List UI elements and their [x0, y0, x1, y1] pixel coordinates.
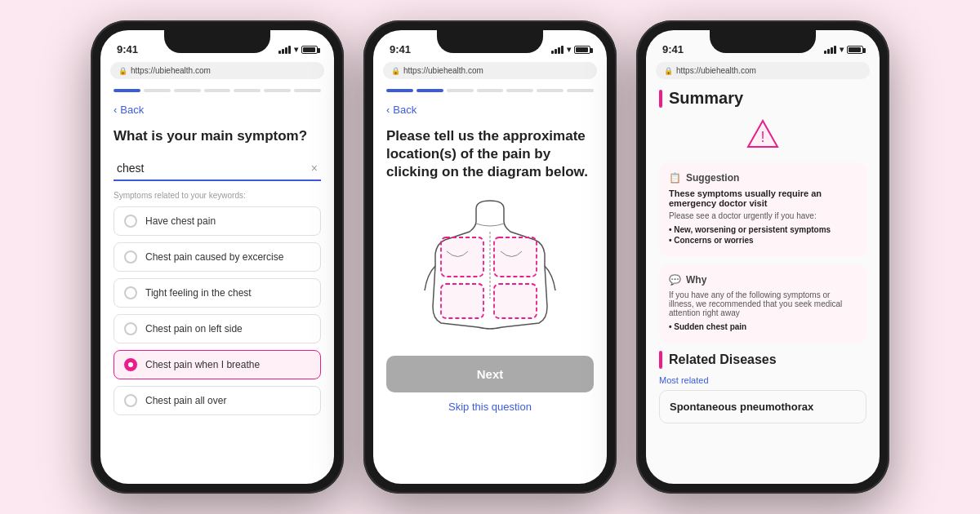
symptoms-label-1: Symptoms related to your keywords:: [114, 191, 321, 200]
back-button-2[interactable]: ‹ Back: [386, 104, 594, 116]
related-diseases-title: Related Diseases: [659, 351, 866, 369]
back-chevron-1: ‹: [114, 104, 117, 116]
option-tight-feeling[interactable]: Tight feeling in the chest: [114, 278, 321, 308]
wifi-icon-2: ▾: [567, 45, 571, 54]
svg-rect-3: [441, 284, 483, 318]
radio-left: [124, 322, 137, 335]
option-chest-pain-exercise[interactable]: Chest pain caused by excercise: [114, 242, 321, 272]
prog-2-5: [506, 89, 533, 92]
phone-2: 9:41 ▾ 🔒 https://ubiehealth.com: [363, 20, 617, 494]
why-icon: 💬: [669, 274, 681, 286]
skip-link[interactable]: Skip this question: [386, 401, 594, 413]
why-card: 💬 Why If you have any of the following s…: [659, 264, 866, 343]
suggestion-card: 📋 Suggestion These symptoms usually requ…: [659, 162, 866, 256]
search-input-1[interactable]: chest: [117, 162, 311, 175]
signal-icon-2: [551, 46, 564, 54]
status-icons-3: ▾: [824, 45, 863, 54]
search-clear-1[interactable]: ×: [311, 162, 318, 175]
prog-1-1: [114, 89, 140, 92]
address-bar-1[interactable]: 🔒 https://ubiehealth.com: [110, 62, 324, 79]
lock-icon-1: 🔒: [118, 67, 127, 75]
prog-1-3: [174, 89, 201, 92]
screen-3-content: Summary ! 📋 Suggestion These symptoms us…: [646, 82, 880, 464]
radio-all-over: [124, 394, 137, 407]
notch-1: [164, 30, 270, 53]
body-diagram-container[interactable]: [386, 193, 594, 348]
back-label-1: Back: [120, 104, 144, 116]
most-related-label: Most related: [659, 375, 866, 385]
svg-rect-2: [494, 237, 537, 277]
prog-1-5: [234, 89, 261, 92]
signal-icon-1: [278, 46, 291, 54]
svg-rect-4: [494, 284, 537, 318]
title-bar-accent-2: [659, 351, 662, 369]
phone-3: 9:41 ▾ 🔒 https://ubiehealth.com: [636, 20, 889, 494]
suggestion-subtitle: These symptoms usually require an emerge…: [669, 188, 857, 208]
option-left-side[interactable]: Chest pain on left side: [114, 314, 321, 343]
warning-icon: !: [659, 119, 866, 154]
option-label-0: Have chest pain: [145, 215, 216, 227]
back-chevron-2: ‹: [386, 104, 390, 116]
svg-rect-1: [441, 237, 483, 277]
phone-1: 9:41 ▾ 🔒 https://ubiehealth.com: [91, 20, 344, 494]
radio-chest-exercise: [124, 250, 137, 264]
screen-2-title: Please tell us the approximate location(…: [386, 127, 594, 181]
option-label-4: Chest pain when I breathe: [145, 359, 260, 370]
address-bar-3[interactable]: 🔒 https://ubiehealth.com: [656, 62, 870, 79]
option-label-3: Chest pain on left side: [145, 323, 243, 335]
disease-card-0[interactable]: Spontaneous pneumothorax: [659, 390, 866, 423]
notch-2: [437, 30, 543, 53]
option-label-1: Chest pain caused by excercise: [145, 251, 283, 263]
suggestion-card-title: 📋 Suggestion: [669, 172, 857, 184]
prog-1-6: [264, 89, 291, 92]
prog-2-4: [477, 89, 504, 92]
option-label-5: Chest pain all over: [145, 395, 226, 406]
address-bar-2[interactable]: 🔒 https://ubiehealth.com: [383, 62, 597, 79]
option-when-breathe[interactable]: Chest pain when I breathe: [114, 350, 321, 379]
lock-icon-2: 🔒: [391, 67, 400, 75]
suggestion-bullet-0: • New, worsening or persistent symptoms: [669, 225, 857, 234]
time-2: 9:41: [390, 43, 411, 55]
url-2: https://ubiehealth.com: [403, 66, 483, 75]
status-icons-2: ▾: [551, 45, 590, 54]
wifi-icon-1: ▾: [294, 45, 298, 54]
lock-icon-3: 🔒: [664, 67, 673, 75]
suggestion-bullet-1: • Concerns or worries: [669, 236, 857, 245]
search-box-1[interactable]: chest ×: [114, 157, 321, 181]
progress-bar-1: [114, 89, 321, 92]
prog-2-6: [537, 89, 564, 92]
prog-2-1: [386, 89, 413, 92]
url-1: https://ubiehealth.com: [131, 66, 211, 75]
summary-title-text: Summary: [669, 89, 743, 108]
back-label-2: Back: [393, 104, 416, 116]
wifi-icon-3: ▾: [840, 45, 844, 54]
option-all-over[interactable]: Chest pain all over: [114, 386, 321, 415]
prog-1-2: [144, 89, 171, 92]
suggestion-desc: Please see a doctor urgently if you have…: [669, 211, 857, 220]
back-button-1[interactable]: ‹ Back: [114, 104, 321, 116]
notch-3: [710, 30, 816, 53]
screen-1-content: ‹ Back What is your main symptom? chest …: [100, 82, 334, 463]
radio-tight: [124, 286, 137, 299]
screen-2-content: ‹ Back Please tell us the approximate lo…: [373, 82, 607, 463]
battery-icon-3: [847, 46, 863, 54]
signal-icon-3: [824, 46, 836, 54]
radio-breathe: [124, 358, 137, 371]
prog-2-7: [567, 89, 594, 92]
progress-bar-2: [386, 89, 594, 92]
disease-name-0: Spontaneous pneumothorax: [670, 401, 813, 413]
title-bar-accent: [659, 90, 662, 108]
prog-1-4: [204, 89, 231, 92]
why-card-title: 💬 Why: [669, 274, 857, 286]
option-have-chest-pain[interactable]: Have chest pain: [114, 206, 321, 236]
svg-text:!: !: [760, 129, 764, 145]
body-diagram-svg[interactable]: [412, 193, 568, 348]
battery-icon-1: [301, 46, 318, 54]
time-1: 9:41: [117, 43, 138, 55]
why-bullet-0: • Sudden chest pain: [669, 322, 857, 331]
status-icons-1: ▾: [278, 45, 318, 54]
prog-2-3: [447, 89, 474, 92]
time-3: 9:41: [662, 43, 684, 55]
next-button[interactable]: Next: [386, 356, 594, 392]
url-3: https://ubiehealth.com: [676, 66, 756, 75]
